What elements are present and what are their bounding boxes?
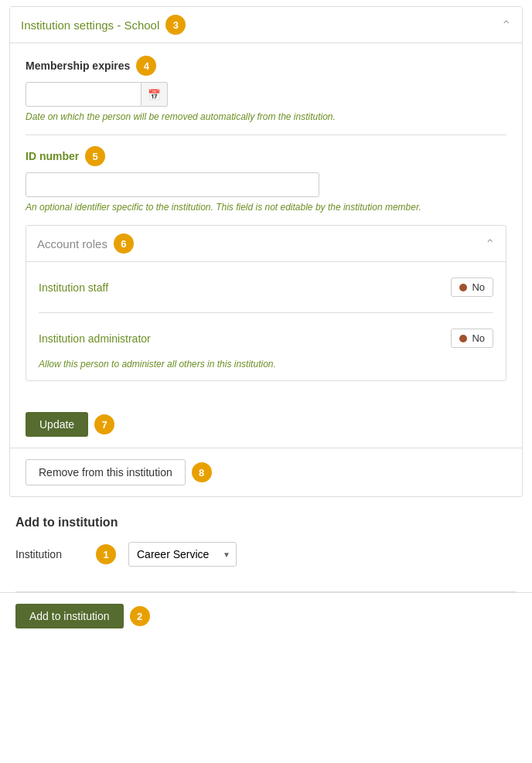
calendar-button[interactable]: 📅 bbox=[142, 82, 168, 107]
id-number-label: ID number bbox=[26, 150, 79, 162]
divider-roles bbox=[39, 312, 493, 313]
add-institution-title: Add to institution bbox=[15, 516, 517, 530]
update-button[interactable]: Update bbox=[26, 412, 88, 437]
account-roles-section: Account roles 6 ⌃ Institution staff No bbox=[26, 225, 506, 381]
institution-row: Institution 1 Career Service School Othe… bbox=[15, 542, 517, 567]
add-badge: 2 bbox=[130, 606, 150, 626]
account-roles-chevron-icon: ⌃ bbox=[485, 237, 495, 251]
institution-select[interactable]: Career Service School Other bbox=[128, 542, 237, 567]
remove-button-area: Remove from this institution 8 bbox=[10, 448, 522, 496]
membership-expires-input[interactable] bbox=[26, 82, 142, 107]
institution-settings-card: Institution settings - School 3 ⌃ Member… bbox=[9, 6, 523, 497]
institution-admin-helper: Allow this person to administer all othe… bbox=[39, 359, 493, 370]
institution-admin-row: Institution administrator No bbox=[39, 324, 493, 353]
institution-settings-header: Institution settings - School 3 ⌃ bbox=[10, 7, 522, 43]
calendar-icon: 📅 bbox=[148, 89, 161, 100]
id-number-badge: 5 bbox=[85, 146, 105, 166]
add-button-area: Add to institution 2 bbox=[0, 592, 532, 644]
add-institution-section: Add to institution Institution 1 Career … bbox=[0, 503, 532, 591]
institution-row-label: Institution bbox=[15, 548, 77, 560]
membership-expires-section: Membership expires 4 📅 Date on which the… bbox=[10, 43, 522, 401]
institution-admin-dot bbox=[459, 335, 467, 342]
membership-expires-group: Membership expires 4 📅 Date on which the… bbox=[26, 56, 506, 122]
account-roles-header: Account roles 6 ⌃ bbox=[26, 226, 506, 262]
page-wrapper: Institution settings - School 3 ⌃ Member… bbox=[0, 6, 532, 644]
membership-expires-label: Membership expires bbox=[26, 60, 130, 72]
update-badge: 7 bbox=[94, 414, 114, 434]
institution-staff-label: Institution staff bbox=[39, 281, 108, 294]
institution-staff-row: Institution staff No bbox=[39, 273, 493, 301]
institution-staff-toggle-label: No bbox=[472, 281, 485, 293]
institution-select-wrapper: Career Service School Other bbox=[128, 542, 237, 567]
institution-badge: 1 bbox=[96, 544, 116, 564]
membership-expires-helper: Date on which the person will be removed… bbox=[26, 111, 506, 122]
remove-badge: 8 bbox=[192, 462, 212, 482]
id-number-group: ID number 5 An optional identifier speci… bbox=[26, 146, 506, 213]
divider-1 bbox=[26, 135, 506, 135]
institution-staff-dot bbox=[459, 284, 467, 291]
institution-settings-badge: 3 bbox=[165, 15, 186, 35]
institution-admin-label: Institution administrator bbox=[39, 332, 151, 345]
membership-expires-input-row: 📅 bbox=[26, 82, 506, 107]
update-button-area: Update 7 bbox=[10, 401, 522, 448]
add-to-institution-button[interactable]: Add to institution bbox=[15, 604, 124, 628]
account-roles-body: Institution staff No Institution adminis… bbox=[26, 262, 506, 380]
institution-staff-toggle[interactable]: No bbox=[451, 278, 493, 297]
account-roles-badge: 6 bbox=[114, 233, 134, 254]
remove-button[interactable]: Remove from this institution bbox=[26, 459, 186, 485]
account-roles-title: Account roles bbox=[37, 237, 107, 250]
institution-settings-title: Institution settings - School bbox=[21, 19, 159, 32]
institution-admin-toggle-label: No bbox=[472, 332, 485, 344]
id-number-helper: An optional identifier specific to the i… bbox=[26, 202, 506, 213]
membership-expires-badge: 4 bbox=[136, 56, 156, 76]
id-number-input[interactable] bbox=[26, 172, 319, 197]
institution-admin-toggle[interactable]: No bbox=[451, 329, 493, 348]
chevron-up-icon: ⌃ bbox=[501, 18, 511, 32]
